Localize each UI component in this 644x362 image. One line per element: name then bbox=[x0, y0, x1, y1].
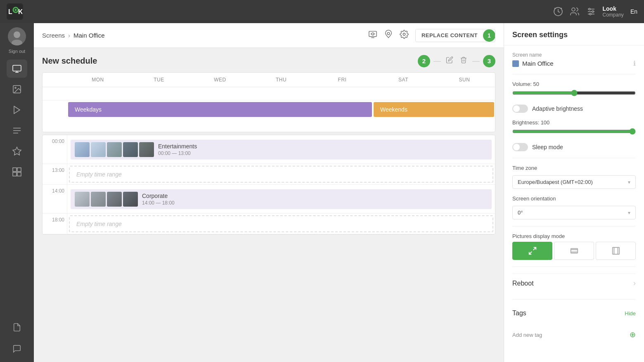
weekdays-block[interactable]: Weekdays bbox=[68, 102, 372, 117]
screen-name-row: ℹ bbox=[512, 60, 636, 67]
timeline-time-3: 18:00 bbox=[43, 214, 67, 234]
weekends-block[interactable]: Weekends bbox=[374, 102, 494, 117]
sidebar-item-media[interactable] bbox=[7, 80, 27, 98]
entry-info: Entertainments 00:00 — 13:00 bbox=[158, 143, 488, 156]
svg-rect-37 bbox=[571, 249, 578, 253]
entry-range: 00:00 — 13:00 bbox=[158, 150, 488, 156]
timezone-section: Time zone Europe/Budapest (GMT+02:00) ▾ bbox=[512, 165, 636, 189]
sleep-mode-row: Sleep mode bbox=[512, 143, 636, 151]
sleep-mode-toggle[interactable] bbox=[512, 143, 528, 151]
breadcrumb: Screens › Main Office bbox=[42, 32, 105, 39]
thumbnail-3 bbox=[107, 142, 122, 157]
breadcrumb-current: Main Office bbox=[73, 32, 105, 39]
action-badge-3[interactable]: 3 bbox=[483, 55, 495, 67]
display-mode-stretch[interactable] bbox=[596, 242, 636, 260]
volume-slider[interactable] bbox=[512, 90, 636, 96]
day-sat: SAT bbox=[373, 73, 434, 87]
tags-hide-button[interactable]: Hide bbox=[625, 310, 636, 317]
gear-icon[interactable] bbox=[400, 30, 409, 41]
sidebar-item-apps[interactable] bbox=[7, 163, 27, 181]
timeline-entry-corporate[interactable]: Corporate 14:00 — 18:00 bbox=[71, 189, 492, 209]
info-icon[interactable]: ℹ bbox=[633, 60, 636, 67]
location-icon[interactable] bbox=[384, 30, 393, 41]
sign-out-label[interactable]: Sign out bbox=[9, 49, 25, 54]
schedule-icon[interactable] bbox=[553, 7, 563, 17]
display-mode-fill[interactable] bbox=[554, 242, 594, 260]
orientation-label: Screen orientation bbox=[512, 195, 636, 202]
display-mode-fit[interactable] bbox=[512, 242, 552, 260]
sidebar-item-video[interactable] bbox=[7, 101, 27, 119]
content-area: Screens › Main Office bbox=[34, 23, 504, 362]
replace-content-label: REPLACE CONTENT bbox=[416, 29, 483, 41]
brightness-section: Brightness: 100 bbox=[512, 119, 636, 136]
display-mode-buttons bbox=[512, 242, 636, 260]
orientation-select[interactable]: 0° ▾ bbox=[512, 206, 636, 219]
sidebar-item-favorites[interactable] bbox=[7, 142, 27, 160]
thumbnail-4 bbox=[123, 142, 138, 157]
logo-icon: L K bbox=[7, 3, 23, 20]
adaptive-brightness-toggle[interactable] bbox=[512, 105, 528, 113]
settings-sliders-icon[interactable] bbox=[586, 7, 596, 17]
sidebar-item-playlists[interactable] bbox=[7, 121, 27, 140]
timezone-value: Europe/Budapest (GMT+02:00) bbox=[518, 179, 593, 185]
breadcrumb-parent[interactable]: Screens bbox=[42, 32, 65, 39]
add-tag-label: Add new tag bbox=[512, 332, 542, 338]
entry-range: 14:00 — 18:00 bbox=[142, 200, 488, 206]
sidebar-item-chat[interactable] bbox=[7, 340, 27, 358]
svg-point-12 bbox=[590, 13, 591, 15]
day-thu: THU bbox=[251, 73, 312, 87]
avatar bbox=[8, 27, 26, 45]
screen-name-label: Screen name bbox=[512, 52, 636, 58]
thumbnail-c1 bbox=[75, 192, 90, 207]
svg-rect-26 bbox=[13, 168, 17, 171]
timezone-select[interactable]: Europe/Budapest (GMT+02:00) ▾ bbox=[512, 175, 636, 189]
screen-color-indicator bbox=[512, 60, 519, 67]
schedule-title: New schedule bbox=[42, 56, 418, 66]
user-info: Look Company bbox=[603, 5, 624, 18]
svg-point-10 bbox=[589, 8, 590, 10]
svg-point-34 bbox=[403, 33, 405, 36]
schedule-header: New schedule 2 — bbox=[42, 55, 495, 67]
users-icon[interactable] bbox=[570, 7, 580, 17]
svg-rect-28 bbox=[13, 172, 17, 176]
svg-point-3 bbox=[15, 9, 17, 11]
pictures-mode-section: Pictures display mode bbox=[512, 233, 636, 260]
empty-range-2[interactable]: Empty time range bbox=[69, 215, 493, 232]
reboot-section[interactable]: Reboot › bbox=[512, 274, 636, 293]
screen-name-input[interactable] bbox=[522, 60, 630, 67]
main-layout: Sign out bbox=[0, 23, 644, 362]
schedule-screen-icon[interactable] bbox=[368, 30, 377, 41]
svg-point-20 bbox=[15, 87, 16, 88]
svg-rect-27 bbox=[17, 168, 21, 171]
day-sun: SUN bbox=[434, 73, 495, 87]
entry-name: Entertainments bbox=[158, 143, 488, 150]
adaptive-brightness-label: Adaptive brightness bbox=[532, 105, 583, 112]
svg-text:L: L bbox=[8, 8, 12, 15]
sidebar-item-docs[interactable] bbox=[7, 318, 27, 336]
reboot-arrow-icon: › bbox=[633, 279, 636, 288]
panel-body: Screen name ℹ Volume: 50 Adaptive bright… bbox=[504, 45, 644, 349]
entry-info: Corporate 14:00 — 18:00 bbox=[142, 193, 488, 206]
timeline-entry-entertainments[interactable]: Entertainments 00:00 — 13:00 bbox=[71, 140, 492, 160]
svg-line-35 bbox=[533, 248, 535, 250]
svg-rect-30 bbox=[369, 31, 376, 37]
delete-icon[interactable] bbox=[458, 55, 469, 67]
edit-icon[interactable] bbox=[444, 55, 455, 67]
action-badge-2[interactable]: 2 bbox=[418, 55, 430, 67]
svg-marker-21 bbox=[14, 106, 20, 114]
svg-rect-40 bbox=[612, 248, 619, 255]
replace-content-button[interactable]: REPLACE CONTENT 1 bbox=[415, 29, 495, 42]
svg-point-11 bbox=[592, 11, 594, 12]
day-headers: MON TUE WED THU FRI SAT SUN bbox=[43, 73, 495, 87]
brightness-slider[interactable] bbox=[512, 128, 636, 135]
empty-range-1[interactable]: Empty time range bbox=[69, 166, 493, 183]
header-icons: REPLACE CONTENT 1 bbox=[368, 29, 495, 42]
chevron-down-icon-2: ▾ bbox=[628, 210, 630, 216]
add-tag-plus-icon[interactable]: ⊕ bbox=[630, 330, 636, 339]
calendar-container: MON TUE WED THU FRI SAT SUN We bbox=[42, 72, 495, 132]
brightness-label: Brightness: 100 bbox=[512, 119, 636, 126]
header-bar: Screens › Main Office bbox=[34, 23, 504, 48]
language-selector[interactable]: En bbox=[630, 8, 637, 15]
sidebar-item-screens[interactable] bbox=[7, 60, 27, 78]
app-logo: L K bbox=[7, 3, 23, 20]
